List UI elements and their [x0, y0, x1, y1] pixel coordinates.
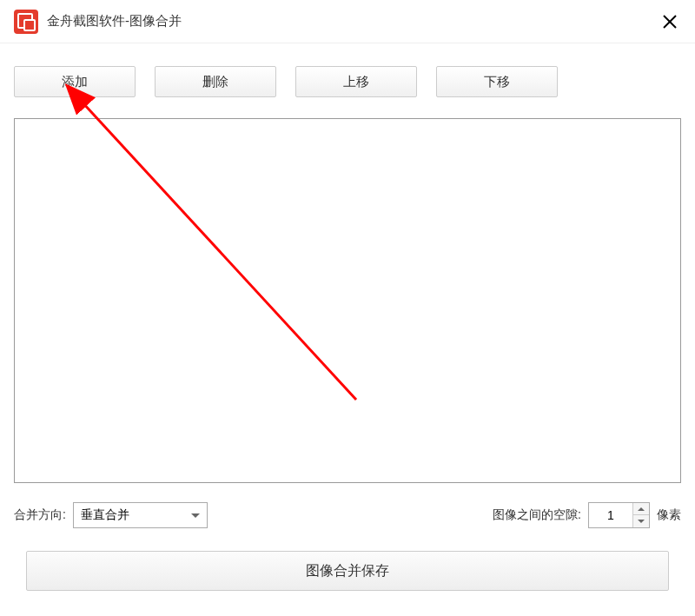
gap-step-up[interactable]: [633, 503, 649, 515]
chevron-down-icon: [638, 520, 645, 523]
gap-step-down[interactable]: [633, 515, 649, 527]
delete-button[interactable]: 删除: [155, 66, 276, 97]
merge-save-button[interactable]: 图像合并保存: [26, 551, 669, 591]
gap-label: 图像之间的空隙:: [493, 507, 581, 523]
app-icon: [14, 10, 38, 34]
add-button[interactable]: 添加: [14, 66, 136, 97]
gap-input[interactable]: [589, 503, 632, 527]
chevron-down-icon: [191, 513, 200, 518]
move-down-button[interactable]: 下移: [436, 66, 558, 97]
save-button-wrap: 图像合并保存: [26, 551, 669, 591]
app-title: 金舟截图软件-图像合并: [47, 13, 182, 30]
direction-label: 合并方向:: [14, 507, 66, 523]
gap-unit-label: 像素: [657, 507, 681, 523]
move-up-button[interactable]: 上移: [295, 66, 417, 97]
chevron-up-icon: [638, 507, 645, 511]
close-icon: [662, 14, 678, 30]
bottom-controls: 合并方向: 垂直合并 图像之间的空隙: 像素: [14, 502, 681, 528]
image-list-area[interactable]: [14, 118, 681, 483]
gap-stepper-buttons: [632, 503, 649, 527]
toolbar: 添加 删除 上移 下移: [0, 43, 695, 108]
close-button[interactable]: [659, 10, 681, 33]
gap-stepper: [588, 502, 650, 528]
direction-value: 垂直合并: [81, 507, 129, 523]
direction-dropdown[interactable]: 垂直合并: [73, 502, 208, 528]
titlebar: 金舟截图软件-图像合并: [0, 0, 695, 43]
